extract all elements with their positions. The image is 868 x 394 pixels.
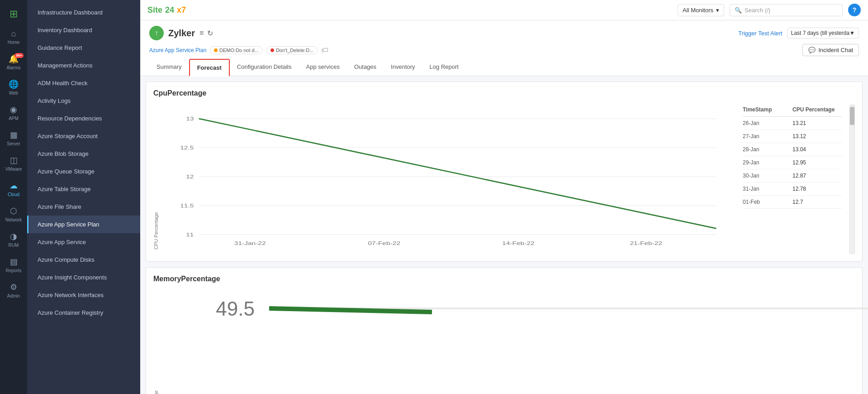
breadcrumbs: Azure App Service Plan DEMO:Do not d... …: [149, 44, 859, 56]
nav-vmware[interactable]: ◫ VMware: [0, 151, 27, 176]
sidebar-item-azure-storage-account[interactable]: Azure Storage Account: [27, 127, 140, 145]
sidebar-item-inventory-dashboard[interactable]: Inventory Dashboard: [27, 21, 140, 39]
header-icons: ≡ ↻: [199, 29, 213, 38]
reports-icon: ▤: [10, 257, 18, 267]
tab-inventory[interactable]: Inventory: [384, 59, 422, 76]
memory-chart-area: Memory Percentage 49.5: [153, 290, 868, 394]
sidebar-item-resource-dependencies[interactable]: Resource Dependencies: [27, 110, 140, 127]
logo-site: Site: [147, 5, 162, 15]
svg-text:21-Feb-22: 21-Feb-22: [630, 240, 662, 246]
trigger-test-alert-link[interactable]: Trigger Test Alert: [738, 30, 783, 37]
tag-icon: 🏷: [321, 46, 328, 54]
cpu-svg-wrapper: CPU Percentage 13 12.5 12: [153, 105, 735, 250]
nav-reports[interactable]: ▤ Reports: [0, 252, 27, 278]
sidebar-item-azure-app-service[interactable]: Azure App Service: [27, 233, 140, 251]
nav-home[interactable]: ⌂ Home: [0, 24, 27, 49]
page-title: Zylker: [168, 28, 195, 38]
nav-apm[interactable]: ◉ APM: [0, 100, 27, 125]
sidebar-item-azure-table-storage[interactable]: Azure Table Storage: [27, 180, 140, 198]
web-icon: 🌐: [9, 79, 19, 89]
cpu-chart-container: CPU Percentage 13 12.5 12: [153, 105, 855, 254]
sidebar-item-azure-app-service-plan[interactable]: Azure App Service Plan: [27, 216, 140, 233]
memory-svg-wrapper: Memory Percentage 49.5: [153, 290, 868, 394]
memory-chart-svg: 49.5: [161, 290, 868, 394]
page-header: ↑ Zylker ≡ ↻ Trigger Test Alert Last 7 d…: [140, 20, 868, 76]
logo-x7: x7: [177, 5, 186, 15]
cpu-chart-area: CPU Percentage 13 12.5 12: [153, 105, 735, 254]
network-icon: ⬡: [10, 206, 17, 216]
sidebar-item-azure-compute-disks[interactable]: Azure Compute Disks: [27, 251, 140, 269]
status-indicator: ↑: [149, 26, 164, 40]
cpu-table-header: TimeStamp CPU Percentage: [743, 105, 842, 117]
table-row: 01-Feb 12.7: [743, 196, 842, 209]
search-icon: 🔍: [735, 7, 742, 14]
memory-y-axis-label: Memory Percentage: [153, 290, 159, 394]
table-row: 30-Jan 12.87: [743, 169, 842, 183]
search-box[interactable]: 🔍 Search (/): [730, 4, 843, 16]
sidebar-item-adm-health-check[interactable]: ADM Health Check: [27, 74, 140, 92]
sidebar-item-azure-file-share[interactable]: Azure File Share: [27, 198, 140, 216]
nav-admin[interactable]: ⚙ Admin: [0, 278, 27, 303]
rum-icon: ◑: [10, 231, 17, 241]
sidebar-item-azure-blob-storage[interactable]: Azure Blob Storage: [27, 145, 140, 163]
chat-icon: 💬: [808, 47, 816, 53]
sidebar-item-azure-queue-storage[interactable]: Azure Queue Storage: [27, 163, 140, 180]
cpu-chart-svg: 13 12.5 12 11.5 11 31-Jan-22 07-Feb-22 1…: [161, 105, 735, 250]
nav-server[interactable]: ▦ Server: [0, 125, 27, 151]
nav-network[interactable]: ⬡ Network: [0, 202, 27, 227]
tab-config[interactable]: Configuration Details: [230, 59, 299, 76]
table-row: 27-Jan 13.12: [743, 130, 842, 143]
memory-chart-title: MemoryPercentage: [153, 275, 855, 283]
sidebar-item-azure-insight-components[interactable]: Azure Insight Components: [27, 269, 140, 286]
nav-cloud[interactable]: ☁ Cloud: [0, 176, 27, 202]
topbar: Site 24 x7 All Monitors ▾ 🔍 Search (/) ?: [140, 0, 868, 20]
tab-summary[interactable]: Summary: [149, 59, 189, 76]
tag-demo-dot: [214, 48, 218, 52]
incident-chat-button[interactable]: 💬 Incident Chat: [802, 44, 859, 56]
help-button[interactable]: ?: [848, 4, 861, 16]
table-scrollbar[interactable]: [849, 105, 855, 254]
sidebar-item-infrastructure-dashboard[interactable]: Infrastructure Dashboard: [27, 4, 140, 21]
svg-text:07-Feb-22: 07-Feb-22: [368, 240, 400, 246]
memory-chart-section: MemoryPercentage Memory Percentage 49.5: [146, 267, 863, 394]
tab-outages[interactable]: Outages: [347, 59, 384, 76]
tag-dont-delete-dot: [270, 48, 274, 52]
vmware-icon: ◫: [10, 155, 18, 165]
logo: ⊞: [4, 4, 23, 24]
dropdown-icon: ▾: [716, 7, 719, 14]
table-row: 26-Jan 13.21: [743, 117, 842, 130]
main-content: Site 24 x7 All Monitors ▾ 🔍 Search (/) ?…: [140, 0, 868, 394]
sidebar-item-activity-logs[interactable]: Activity Logs: [27, 92, 140, 110]
tag-dont-delete: Don't_Delete:D...: [266, 46, 318, 54]
cpu-chart-title: CpuPercentage: [153, 89, 855, 97]
cpu-table-rows: 26-Jan 13.21 27-Jan 13.12 28-Jan 13.04: [743, 117, 842, 209]
date-range-select[interactable]: Last 7 days (till yesterda▼: [787, 28, 859, 38]
svg-text:12.5: 12.5: [180, 145, 194, 151]
nav-web[interactable]: 🌐 Web: [0, 75, 27, 100]
svg-text:31-Jan-22: 31-Jan-22: [234, 240, 266, 246]
cpu-y-axis-label: CPU Percentage: [153, 105, 159, 250]
apm-icon: ◉: [10, 105, 17, 115]
menu-icon[interactable]: ≡: [199, 29, 204, 38]
monitor-type-link[interactable]: Azure App Service Plan: [149, 47, 206, 53]
tab-logreport[interactable]: Log Report: [422, 59, 466, 76]
svg-text:11.5: 11.5: [180, 203, 194, 209]
sidebar-item-azure-container-registry[interactable]: Azure Container Registry: [27, 304, 140, 322]
sidebar-item-guidance-report[interactable]: Guidance Report: [27, 39, 140, 57]
monitor-select[interactable]: All Monitors ▾: [678, 4, 724, 16]
svg-text:14-Feb-22: 14-Feb-22: [502, 240, 535, 246]
table-row: 31-Jan 12.78: [743, 183, 842, 196]
memory-chart-container: Memory Percentage 49.5 TimeStamp Memory …: [153, 290, 855, 394]
tab-appservices[interactable]: App services: [299, 59, 347, 76]
nav-rum[interactable]: ◑ RUM: [0, 227, 27, 252]
sidebar-item-azure-network-interfaces[interactable]: Azure Network Interfaces: [27, 286, 140, 304]
server-icon: ▦: [10, 130, 18, 140]
svg-text:49.5: 49.5: [216, 298, 255, 320]
refresh-icon[interactable]: ↻: [207, 29, 213, 38]
logo-24: 24: [165, 5, 174, 15]
sidebar-item-management-actions[interactable]: Management Actions: [27, 57, 140, 74]
content-area: ↑ Zylker ≡ ↻ Trigger Test Alert Last 7 d…: [140, 20, 868, 394]
tag-demo: DEMO:Do not d...: [210, 46, 263, 54]
tab-forecast[interactable]: Forecast: [189, 59, 230, 77]
nav-alarms[interactable]: 🔔 99+ Alarms: [0, 49, 27, 75]
